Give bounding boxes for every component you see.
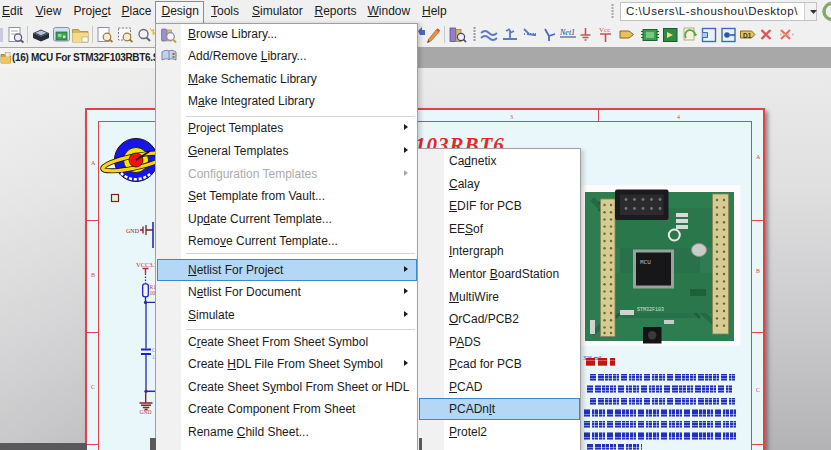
svg-text:Vcc: Vcc [599, 26, 610, 34]
svg-text:GND: GND [126, 228, 140, 234]
svg-text:STM32F103: STM32F103 [637, 307, 664, 313]
svg-text:D1: D1 [743, 32, 752, 39]
svg-text:Net1: Net1 [559, 28, 575, 37]
svg-text:GND: GND [140, 409, 152, 415]
svg-text:MCU: MCU [640, 259, 651, 266]
